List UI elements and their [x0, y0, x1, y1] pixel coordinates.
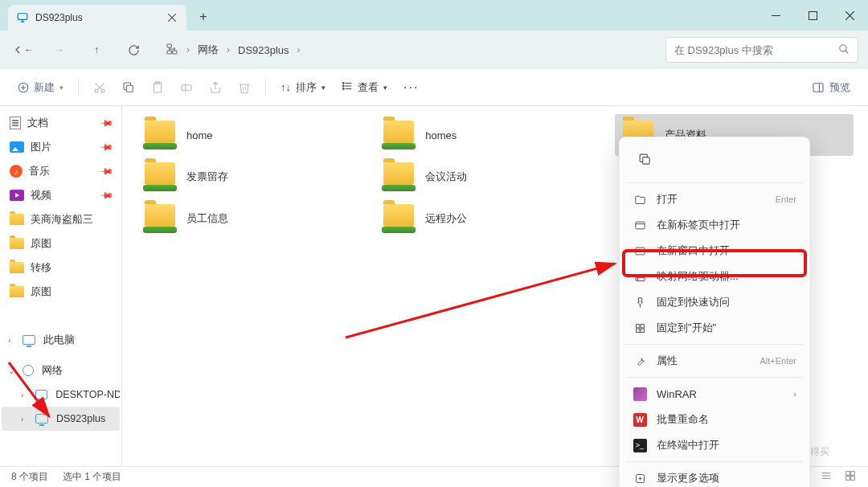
pc-icon	[35, 390, 48, 399]
refresh-button[interactable]	[121, 37, 146, 63]
svg-point-35	[342, 85, 344, 87]
menu-batch-rename[interactable]: W批量重命名	[624, 407, 805, 432]
pc-icon	[35, 414, 48, 424]
network-icon	[166, 43, 178, 58]
view-button[interactable]: 查看 ▾	[335, 75, 394, 100]
pin-icon	[633, 295, 647, 309]
sidebar-item-documents[interactable]: 文档📌	[2, 111, 120, 135]
status-selection: 选中 1 个项目	[63, 470, 121, 484]
svg-rect-6	[809, 11, 817, 19]
sidebar-item-music[interactable]: ♪音乐📌	[2, 159, 120, 183]
more-button[interactable]: ···	[397, 75, 425, 100]
pin-start-icon	[633, 321, 647, 335]
svg-rect-40	[635, 222, 644, 229]
svg-rect-37	[813, 83, 823, 92]
sidebar-network[interactable]: ⌄网络	[2, 358, 120, 383]
rename-button[interactable]	[174, 75, 199, 100]
new-tab-button[interactable]: +	[191, 5, 215, 29]
breadcrumb-item[interactable]: DS923plus	[238, 44, 289, 56]
menu-properties[interactable]: 属性Alt+Enter	[624, 348, 805, 374]
back-button[interactable]: ←	[10, 37, 35, 63]
folder-item[interactable]: 远程办公	[375, 198, 614, 239]
sidebar-this-pc[interactable]: ›此电脑	[2, 328, 120, 352]
sort-label: 排序	[296, 80, 317, 95]
menu-pin-start[interactable]: 固定到"开始"	[624, 315, 805, 341]
list-view-button[interactable]	[820, 469, 833, 485]
forward-button[interactable]: →	[47, 37, 72, 63]
cut-button[interactable]	[87, 75, 113, 100]
toolbar: 新建 ▾ ↑↓ 排序 ▾ 查看 ▾ ··· 预览	[0, 69, 868, 106]
search-field[interactable]	[674, 44, 833, 56]
image-icon	[10, 141, 24, 153]
breadcrumb-item[interactable]: 网络	[198, 43, 219, 57]
shared-folder-icon	[382, 162, 416, 191]
sidebar-network-child[interactable]: ›DESKTOP-ND	[2, 383, 120, 407]
window-icon	[633, 244, 647, 258]
folder-item[interactable]: 发票留存	[137, 156, 375, 198]
up-button[interactable]: ↑	[84, 37, 109, 63]
shared-folder-icon	[143, 162, 177, 191]
browser-tab[interactable]: DS923plus	[8, 5, 186, 31]
svg-rect-57	[846, 472, 850, 476]
pin-icon: 📌	[98, 163, 113, 178]
sidebar: 文档📌 图片📌 ♪音乐📌 视频📌 美商海盗船三 原图 转移 原图 ›此电脑 ⌄网…	[0, 106, 122, 466]
grid-view-button[interactable]	[844, 469, 857, 485]
sidebar-item-folder[interactable]: 美商海盗船三	[2, 207, 120, 231]
sidebar-item-folder[interactable]: 原图	[2, 280, 120, 304]
preview-button[interactable]: 预览	[805, 75, 857, 100]
new-button[interactable]: 新建 ▾	[11, 75, 70, 100]
pin-icon: 📌	[98, 187, 113, 203]
shared-folder-icon	[382, 204, 416, 233]
menu-map-drive[interactable]: 映射网络驱动器...	[624, 264, 805, 289]
maximize-button[interactable]	[794, 0, 831, 31]
network-icon	[23, 365, 34, 376]
svg-rect-12	[167, 51, 171, 54]
sidebar-item-folder[interactable]: 原图	[2, 231, 120, 256]
navbar: ← → ↑ › 网络 › DS923plus ›	[0, 31, 868, 69]
menu-open[interactable]: 打开Enter	[624, 186, 805, 212]
close-icon[interactable]	[166, 11, 178, 24]
minimize-button[interactable]	[757, 0, 794, 31]
shared-folder-icon	[143, 204, 177, 233]
copy-icon-button[interactable]	[631, 145, 658, 173]
menu-terminal[interactable]: >_在终端中打开	[624, 432, 805, 458]
sidebar-item-pictures[interactable]: 图片📌	[2, 135, 120, 159]
svg-rect-60	[851, 477, 855, 481]
folder-item[interactable]: homes	[375, 114, 614, 156]
svg-rect-58	[851, 472, 855, 476]
view-icon	[342, 80, 353, 94]
wondershare-icon: W	[633, 412, 647, 427]
close-button[interactable]	[831, 0, 868, 31]
terminal-icon: >_	[633, 438, 647, 452]
svg-point-44	[637, 279, 637, 280]
chevron-right-icon: ›	[793, 389, 796, 399]
menu-open-window[interactable]: 在新窗口中打开	[624, 238, 805, 264]
folder-icon	[10, 214, 24, 225]
share-button[interactable]	[203, 75, 228, 100]
sort-button[interactable]: ↑↓ 排序 ▾	[274, 75, 332, 100]
menu-open-tab[interactable]: 在新标签页中打开	[624, 212, 805, 238]
menu-winrar[interactable]: WinRAR›	[624, 381, 805, 407]
menu-show-more[interactable]: 显示更多选项	[624, 465, 805, 487]
folder-icon	[10, 262, 24, 273]
folder-item[interactable]: 会议活动	[375, 156, 614, 198]
folder-item[interactable]: 员工信息	[137, 198, 375, 239]
monitor-icon	[16, 11, 29, 24]
paste-button[interactable]	[145, 75, 170, 100]
sidebar-network-child-selected[interactable]: ›DS923plus	[2, 407, 120, 431]
status-count: 8 个项目	[11, 470, 48, 484]
folder-item[interactable]: home	[137, 114, 375, 156]
chevron-right-icon: ›	[227, 44, 230, 55]
menu-pin-quick[interactable]: 固定到快速访问	[624, 289, 805, 315]
titlebar: DS923plus +	[0, 0, 868, 31]
sidebar-item-videos[interactable]: 视频📌	[2, 183, 120, 207]
svg-point-34	[342, 83, 344, 84]
svg-rect-28	[182, 84, 191, 90]
delete-button[interactable]	[231, 75, 257, 100]
sidebar-item-folder[interactable]: 转移	[2, 256, 120, 280]
svg-rect-48	[636, 329, 639, 332]
search-input[interactable]	[665, 37, 858, 63]
new-label: 新建	[34, 80, 55, 95]
open-icon	[633, 192, 647, 207]
copy-button[interactable]	[116, 75, 141, 100]
